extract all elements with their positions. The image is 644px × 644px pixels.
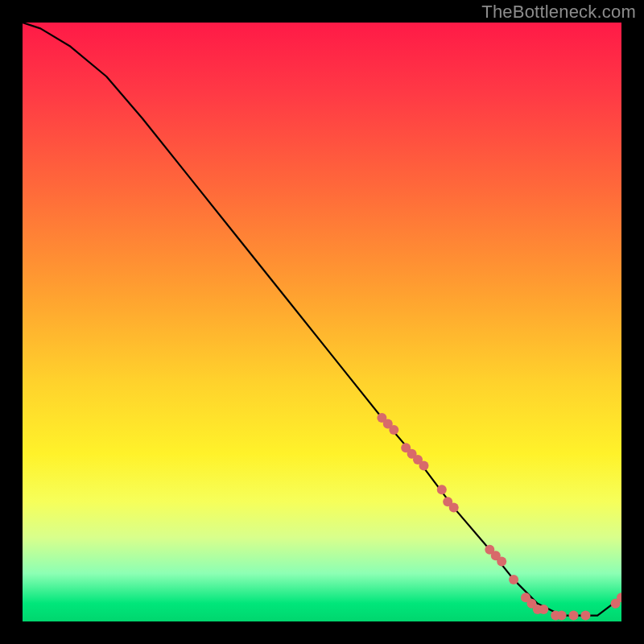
gradient-background bbox=[23, 23, 621, 621]
watermark-text: TheBottleneck.com bbox=[481, 2, 636, 23]
chart-frame: TheBottleneck.com bbox=[0, 0, 644, 644]
